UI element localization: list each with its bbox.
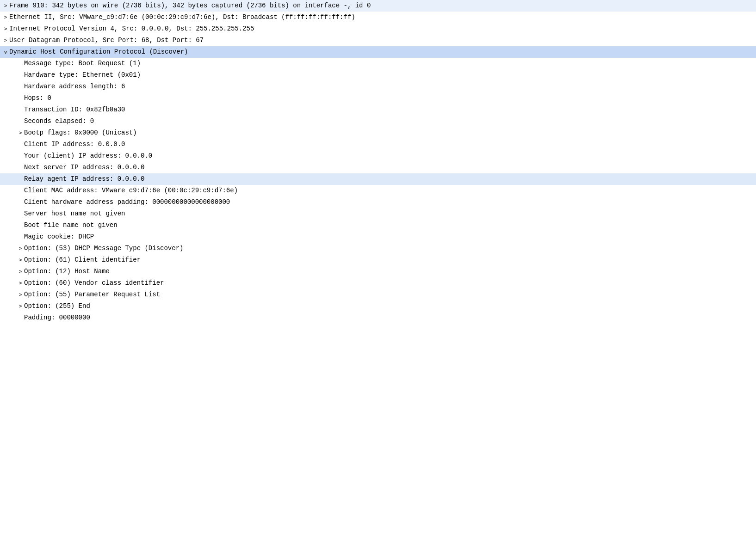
no-toggle-icon: [17, 199, 24, 206]
tree-row-msg-type: Message type: Boot Request (1): [0, 58, 756, 69]
row-text-option-53: Option: (53) DHCP Message Type (Discover…: [24, 244, 754, 253]
tree-row-option-61[interactable]: >Option: (61) Client identifier: [0, 254, 756, 266]
row-text-option-255: Option: (255) End: [24, 301, 754, 311]
tree-row-client-mac: Client MAC address: VMware_c9:d7:6e (00:…: [0, 185, 756, 196]
no-toggle-icon: [17, 60, 24, 67]
row-text-ip: Internet Protocol Version 4, Src: 0.0.0.…: [9, 24, 754, 34]
row-text-bootp-flags: Bootp flags: 0x0000 (Unicast): [24, 128, 754, 138]
row-text-seconds-elapsed: Seconds elapsed: 0: [24, 116, 754, 126]
row-text-relay-agent-ip: Relay agent IP address: 0.0.0.0: [24, 174, 754, 184]
expand-icon[interactable]: >: [2, 37, 9, 44]
tree-row-your-ip: Your (client) IP address: 0.0.0.0: [0, 150, 756, 162]
tree-row-magic-cookie: Magic cookie: DHCP: [0, 231, 756, 243]
tree-row-relay-agent-ip: Relay agent IP address: 0.0.0.0: [0, 173, 756, 185]
tree-row-hw-type: Hardware type: Ethernet (0x01): [0, 69, 756, 81]
no-toggle-icon: [17, 72, 24, 79]
row-text-udp: User Datagram Protocol, Src Port: 68, Ds…: [9, 36, 754, 45]
tree-row-option-12[interactable]: >Option: (12) Host Name: [0, 266, 756, 277]
expand-icon[interactable]: >: [17, 303, 24, 310]
row-text-frame: Frame 910: 342 bytes on wire (2736 bits)…: [9, 1, 754, 11]
packet-tree: >Frame 910: 342 bytes on wire (2736 bits…: [0, 0, 756, 324]
expand-icon[interactable]: >: [2, 14, 9, 21]
tree-row-seconds-elapsed: Seconds elapsed: 0: [0, 116, 756, 127]
tree-row-option-53[interactable]: >Option: (53) DHCP Message Type (Discove…: [0, 243, 756, 254]
tree-row-ip[interactable]: >Internet Protocol Version 4, Src: 0.0.0…: [0, 23, 756, 35]
tree-row-ethernet[interactable]: >Ethernet II, Src: VMware_c9:d7:6e (00:0…: [0, 12, 756, 23]
no-toggle-icon: [17, 176, 24, 183]
tree-row-option-55[interactable]: >Option: (55) Parameter Request List: [0, 289, 756, 300]
expand-icon[interactable]: >: [2, 2, 9, 10]
row-text-hw-type: Hardware type: Ethernet (0x01): [24, 70, 754, 80]
row-text-client-mac: Client MAC address: VMware_c9:d7:6e (00:…: [24, 186, 754, 196]
row-text-option-55: Option: (55) Parameter Request List: [24, 290, 754, 300]
no-toggle-icon: [17, 83, 24, 91]
row-text-option-60: Option: (60) Vendor class identifier: [24, 278, 754, 288]
tree-row-client-ip: Client IP address: 0.0.0.0: [0, 139, 756, 150]
no-toggle-icon: [17, 314, 24, 322]
expand-icon[interactable]: >: [17, 245, 24, 252]
row-text-server-host-name: Server host name not given: [24, 209, 754, 219]
row-text-dhcp: Dynamic Host Configuration Protocol (Dis…: [9, 47, 754, 57]
no-toggle-icon: [17, 233, 24, 241]
row-text-magic-cookie: Magic cookie: DHCP: [24, 232, 754, 242]
no-toggle-icon: [17, 118, 24, 125]
row-text-client-ip: Client IP address: 0.0.0.0: [24, 140, 754, 149]
expand-icon[interactable]: >: [17, 291, 24, 299]
row-text-padding: Padding: 00000000: [24, 313, 754, 323]
tree-row-bootp-flags[interactable]: >Bootp flags: 0x0000 (Unicast): [0, 127, 756, 139]
collapse-icon[interactable]: v: [2, 49, 9, 56]
no-toggle-icon: [17, 141, 24, 148]
row-text-boot-file: Boot file name not given: [24, 221, 754, 230]
row-text-hw-addr-len: Hardware address length: 6: [24, 82, 754, 92]
no-toggle-icon: [17, 187, 24, 195]
row-text-option-12: Option: (12) Host Name: [24, 267, 754, 276]
expand-icon[interactable]: >: [17, 280, 24, 287]
no-toggle-icon: [17, 210, 24, 218]
row-text-your-ip: Your (client) IP address: 0.0.0.0: [24, 151, 754, 161]
tree-row-option-255[interactable]: >Option: (255) End: [0, 300, 756, 312]
expand-icon[interactable]: >: [17, 129, 24, 137]
tree-row-hops: Hops: 0: [0, 92, 756, 104]
expand-icon[interactable]: >: [17, 257, 24, 264]
tree-row-next-server-ip: Next server IP address: 0.0.0.0: [0, 162, 756, 173]
tree-row-udp[interactable]: >User Datagram Protocol, Src Port: 68, D…: [0, 35, 756, 46]
tree-row-transaction-id: Transaction ID: 0x82fb0a30: [0, 104, 756, 116]
no-toggle-icon: [17, 95, 24, 102]
tree-row-frame[interactable]: >Frame 910: 342 bytes on wire (2736 bits…: [0, 0, 756, 12]
tree-row-client-hw-padding: Client hardware address padding: 0000000…: [0, 196, 756, 208]
row-text-client-hw-padding: Client hardware address padding: 0000000…: [24, 197, 754, 207]
row-text-hops: Hops: 0: [24, 93, 754, 103]
tree-row-hw-addr-len: Hardware address length: 6: [0, 81, 756, 92]
row-text-option-61: Option: (61) Client identifier: [24, 255, 754, 265]
no-toggle-icon: [17, 106, 24, 114]
no-toggle-icon: [17, 222, 24, 229]
row-text-ethernet: Ethernet II, Src: VMware_c9:d7:6e (00:0c…: [9, 12, 754, 22]
expand-icon[interactable]: >: [17, 268, 24, 276]
tree-row-option-60[interactable]: >Option: (60) Vendor class identifier: [0, 277, 756, 289]
tree-row-dhcp[interactable]: vDynamic Host Configuration Protocol (Di…: [0, 46, 756, 58]
tree-row-boot-file: Boot file name not given: [0, 220, 756, 231]
tree-row-padding: Padding: 00000000: [0, 312, 756, 324]
no-toggle-icon: [17, 164, 24, 172]
row-text-next-server-ip: Next server IP address: 0.0.0.0: [24, 163, 754, 172]
row-text-transaction-id: Transaction ID: 0x82fb0a30: [24, 105, 754, 115]
no-toggle-icon: [17, 153, 24, 160]
tree-row-server-host-name: Server host name not given: [0, 208, 756, 220]
row-text-msg-type: Message type: Boot Request (1): [24, 59, 754, 68]
expand-icon[interactable]: >: [2, 25, 9, 33]
